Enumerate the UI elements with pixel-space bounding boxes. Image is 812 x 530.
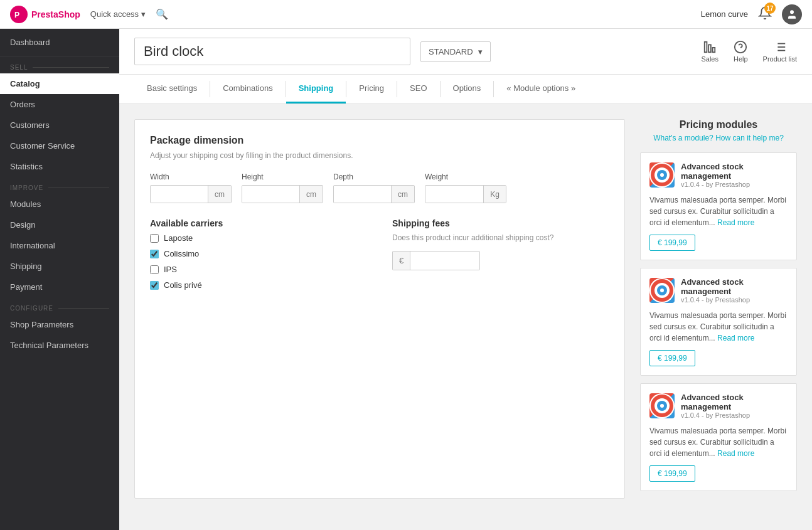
carrier-ips-label: IPS <box>164 265 177 274</box>
module-card-1: Advanced stock management v1.0.4 - by Pr… <box>640 152 797 260</box>
module-1-read-more[interactable]: Read more <box>717 218 754 227</box>
sidebar-item-payment[interactable]: Payment <box>0 277 119 297</box>
depth-input-wrap: cm <box>333 185 415 203</box>
module-2-price-button[interactable]: € 199,99 <box>649 350 695 366</box>
module-3-name: Advanced stock management <box>681 393 788 411</box>
svg-rect-4 <box>708 45 711 52</box>
module-1-version: v1.0.4 - by Prestashop <box>681 181 788 188</box>
svg-point-18 <box>660 173 664 177</box>
tabs-bar: Basic settings Combinations Shipping Pri… <box>119 75 812 104</box>
dimension-row: Width cm Height cm Dep <box>150 172 609 203</box>
tab-seo[interactable]: SEO <box>397 75 439 103</box>
width-input-wrap: cm <box>150 185 232 203</box>
module-3-price-button[interactable]: € 199,99 <box>649 465 695 482</box>
height-unit: cm <box>299 186 323 203</box>
product-list-action[interactable]: Product list <box>763 40 797 63</box>
shop-name: Lemon curve <box>701 9 748 19</box>
svg-point-28 <box>660 404 664 408</box>
notification-count: 17 <box>764 3 776 14</box>
weight-input-wrap: Kg <box>425 185 506 203</box>
notifications-button[interactable]: 17 <box>758 6 772 22</box>
weight-input[interactable] <box>425 186 483 203</box>
content-body: Package dimension Adjust your shipping c… <box>119 104 812 514</box>
tab-options[interactable]: Options <box>441 75 494 103</box>
sidebar-section-sell: SELL <box>0 56 119 73</box>
svg-rect-3 <box>705 42 707 53</box>
module-3-read-more[interactable]: Read more <box>717 449 754 458</box>
module-3-info: Advanced stock management v1.0.4 - by Pr… <box>681 393 788 419</box>
module-2-desc: Vivamus malesuada porta semper. Morbi se… <box>649 310 788 344</box>
height-input-wrap: cm <box>242 185 323 203</box>
sidebar-item-design[interactable]: Design <box>0 215 119 235</box>
tab-pricing[interactable]: Pricing <box>346 75 397 103</box>
search-button[interactable]: 🔍 <box>156 8 168 20</box>
logo[interactable]: P PrestaShop <box>10 6 80 23</box>
weight-unit: Kg <box>483 186 506 203</box>
carrier-ips: IPS <box>150 265 367 274</box>
sidebar-section-configure: CONFIGURE <box>0 297 119 314</box>
shipping-fee-input[interactable] <box>410 252 480 270</box>
shipping-fee-input-wrap: € <box>392 251 480 270</box>
module-2-read-more[interactable]: Read more <box>717 334 754 342</box>
header-actions: Sales Help Product list <box>701 40 797 63</box>
module-1-icon <box>649 162 675 188</box>
logo-text: PrestaShop <box>31 9 80 19</box>
sales-label: Sales <box>701 55 719 63</box>
sidebar-item-international[interactable]: International <box>0 235 119 256</box>
module-3-desc: Vivamus malesuada porta semper. Morbi se… <box>649 425 788 459</box>
depth-field: Depth cm <box>333 172 415 203</box>
topnav-right: Lemon curve 17 <box>701 4 802 24</box>
carrier-ips-checkbox[interactable] <box>150 265 159 274</box>
sidebar-item-customers[interactable]: Customers <box>0 115 119 135</box>
width-unit: cm <box>208 186 231 203</box>
sales-action[interactable]: Sales <box>701 40 719 63</box>
user-avatar[interactable] <box>782 4 802 24</box>
tab-module-options[interactable]: « Module options » <box>494 75 588 103</box>
depth-label: Depth <box>333 172 415 181</box>
help-action[interactable]: Help <box>734 40 748 63</box>
sidebar-item-shop-parameters[interactable]: Shop Parameters <box>0 314 119 335</box>
svg-point-23 <box>660 289 664 292</box>
module-2-name: Advanced stock management <box>681 277 788 296</box>
package-dimension-title: Package dimension <box>150 135 609 146</box>
sidebar-item-dashboard[interactable]: Dashboard <box>0 29 119 56</box>
tab-combinations[interactable]: Combinations <box>210 75 286 103</box>
svg-point-2 <box>790 10 794 14</box>
shipping-fees-panel: Shipping fees Does this product incur ad… <box>392 218 609 296</box>
chevron-down-icon: ▾ <box>478 47 483 56</box>
height-field: Height cm <box>242 172 323 203</box>
tab-basic-settings[interactable]: Basic settings <box>134 75 210 103</box>
module-2-icon <box>649 278 675 303</box>
carrier-colis-prive: Colis privé <box>150 280 367 290</box>
width-input[interactable] <box>151 186 208 203</box>
pricing-modules-link-wrap: What's a module? How can it help me? <box>640 133 797 142</box>
sidebar-item-shipping[interactable]: Shipping <box>0 256 119 277</box>
sidebar-section-improve: IMPROVE <box>0 177 119 194</box>
sidebar-item-orders[interactable]: Orders <box>0 94 119 115</box>
product-title-input[interactable] <box>134 38 410 65</box>
width-label: Width <box>150 172 232 181</box>
carrier-laposte-label: Laposte <box>164 233 193 243</box>
tab-shipping[interactable]: Shipping <box>286 75 346 103</box>
height-label: Height <box>242 172 323 181</box>
package-dimension-subtitle: Adjust your shipping cost by filling in … <box>150 151 609 160</box>
sidebar-item-customer-service[interactable]: Customer Service <box>0 135 119 156</box>
sidebar-item-technical-parameters[interactable]: Technical Parameters <box>0 335 119 356</box>
carrier-colissimo-checkbox[interactable] <box>150 250 159 258</box>
carrier-colis-prive-label: Colis privé <box>164 280 202 290</box>
pricing-modules-title: Pricing modules <box>640 119 797 130</box>
module-1-price-button[interactable]: € 199,99 <box>649 235 695 251</box>
sidebar-item-catalog[interactable]: Catalog <box>0 73 119 94</box>
sidebar-item-statistics[interactable]: Statistics <box>0 156 119 177</box>
carrier-laposte-checkbox[interactable] <box>150 234 159 243</box>
module-1-name: Advanced stock management <box>681 162 788 181</box>
carrier-colis-prive-checkbox[interactable] <box>150 281 159 290</box>
product-type-select[interactable]: STANDARD ▾ <box>420 41 491 62</box>
depth-input[interactable] <box>334 186 391 203</box>
carrier-colissimo-label: Colissimo <box>164 249 199 258</box>
pricing-modules-link[interactable]: What's a module? How can it help me? <box>653 134 784 142</box>
sidebar-item-modules[interactable]: Modules <box>0 194 119 215</box>
height-input[interactable] <box>242 186 299 203</box>
module-card-1-header: Advanced stock management v1.0.4 - by Pr… <box>649 162 788 188</box>
quick-access-button[interactable]: Quick access ▾ <box>90 9 146 19</box>
